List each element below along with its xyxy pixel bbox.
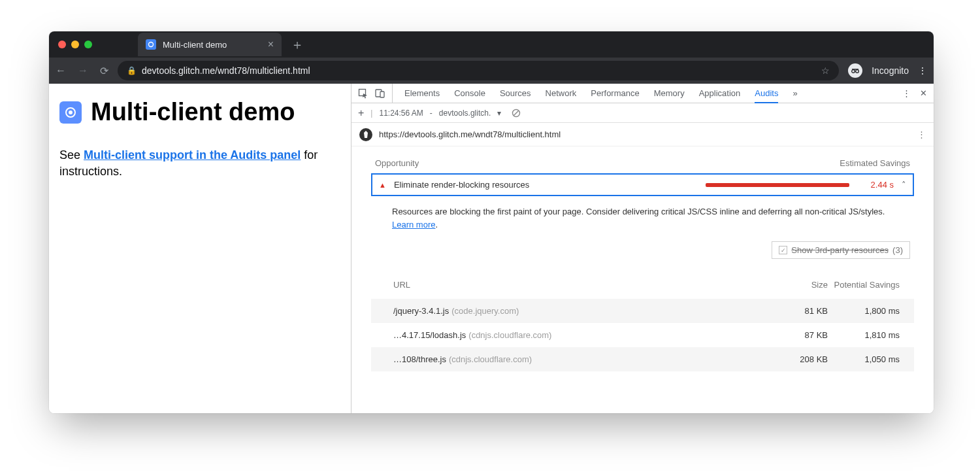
resource-path: …108/three.js xyxy=(393,354,446,364)
severity-icon: ▲ xyxy=(379,181,386,189)
tab-application[interactable]: Application xyxy=(699,84,741,103)
resources-table-header: URL Size Potential Savings xyxy=(371,259,914,299)
col-size: Size xyxy=(769,280,828,290)
devtools-close-icon[interactable]: ✕ xyxy=(920,88,927,98)
col-savings: Potential Savings xyxy=(828,280,900,290)
tabs-overflow[interactable]: » xyxy=(792,84,797,103)
audit-timestamp: 11:24:56 AM xyxy=(379,109,423,118)
devtools-settings-icon[interactable]: ⋮ xyxy=(902,88,911,98)
col-url: URL xyxy=(393,280,769,290)
tab-network[interactable]: Network xyxy=(546,84,577,103)
traffic-lights xyxy=(49,41,92,48)
svg-line-9 xyxy=(514,110,519,115)
checkbox-icon[interactable]: ✓ xyxy=(779,246,787,254)
page-text-prefix: See xyxy=(59,148,84,162)
opportunity-value: 2.44 s xyxy=(857,180,894,190)
tab-sources[interactable]: Sources xyxy=(500,84,531,103)
tab-close-icon[interactable]: × xyxy=(268,39,274,50)
star-icon[interactable]: ☆ xyxy=(821,65,830,76)
lighthouse-icon xyxy=(359,128,372,141)
svg-rect-7 xyxy=(380,92,384,97)
svg-point-1 xyxy=(852,70,855,73)
tab-favicon-icon xyxy=(146,39,156,50)
devtools-panel: Elements Console Sources Network Perform… xyxy=(351,84,934,413)
back-button[interactable]: ← xyxy=(56,65,66,77)
opportunity-title: Eliminate render-blocking resources xyxy=(394,180,529,190)
table-row[interactable]: …108/three.js(cdnjs.cloudflare.com) 208 … xyxy=(371,347,914,371)
resource-savings: 1,810 ms xyxy=(828,330,900,340)
page-heading-text: Multi-client demo xyxy=(91,98,295,126)
tab-title: Multi-client demo xyxy=(163,40,227,50)
opportunity-bar xyxy=(706,183,849,187)
resource-domain: (cdnjs.cloudflare.com) xyxy=(468,330,551,340)
third-party-count: (3) xyxy=(892,245,903,255)
new-tab-button[interactable]: ＋ xyxy=(291,36,304,54)
page-link[interactable]: Multi-client support in the Audits panel xyxy=(84,148,301,162)
rendered-page: Multi-client demo See Multi-client suppo… xyxy=(49,84,351,413)
tab-audits[interactable]: Audits xyxy=(755,84,778,103)
resource-size: 81 KB xyxy=(769,306,828,316)
audit-host: devtools.glitch. xyxy=(439,109,491,118)
incognito-label: Incognito xyxy=(872,65,909,76)
page-paragraph: See Multi-client support in the Audits p… xyxy=(59,147,351,180)
resource-savings: 1,800 ms xyxy=(828,306,900,316)
audit-menu-icon[interactable]: ⋮ xyxy=(917,129,926,139)
audit-url-row: https://devtools.glitch.me/wndt78/multic… xyxy=(351,123,934,146)
address-bar[interactable]: 🔒 devtools.glitch.me/wndt78/multiclient.… xyxy=(118,61,839,80)
opportunity-row[interactable]: ▲ Eliminate render-blocking resources 2.… xyxy=(371,173,914,196)
chrome-window: Multi-client demo × ＋ ← → ⟳ 🔒 devtools.g… xyxy=(49,31,934,413)
reload-button[interactable]: ⟳ xyxy=(100,65,108,77)
opportunity-description: Resources are blocking the first paint o… xyxy=(371,196,914,235)
tab-memory[interactable]: Memory xyxy=(654,84,685,103)
svg-point-4 xyxy=(69,110,73,114)
table-row[interactable]: …4.17.15/lodash.js(cdnjs.cloudflare.com)… xyxy=(371,323,914,347)
learn-more-link[interactable]: Learn more xyxy=(392,220,435,230)
page-logo-icon xyxy=(59,101,82,124)
third-party-label: Show 3rd-party resources xyxy=(791,245,889,255)
audit-dropdown-icon[interactable]: ▾ xyxy=(497,109,501,118)
incognito-icon xyxy=(848,63,862,78)
resource-path: …4.17.15/lodash.js xyxy=(393,330,466,340)
lock-icon: 🔒 xyxy=(127,66,137,75)
browser-menu-button[interactable]: ⋮ xyxy=(918,65,927,76)
svg-point-2 xyxy=(856,70,859,73)
chevron-up-icon[interactable]: ˄ xyxy=(902,180,906,190)
devtools-tabstrip: Elements Console Sources Network Perform… xyxy=(351,84,934,103)
device-toggle-icon[interactable] xyxy=(375,88,385,99)
browser-toolbar: ← → ⟳ 🔒 devtools.glitch.me/wndt78/multic… xyxy=(49,58,934,84)
resource-size: 208 KB xyxy=(769,354,828,364)
tab-performance[interactable]: Performance xyxy=(591,84,639,103)
address-url: devtools.glitch.me/wndt78/multiclient.ht… xyxy=(142,65,310,76)
resource-path: /jquery-3.4.1.js xyxy=(393,306,449,316)
table-row[interactable]: /jquery-3.4.1.js(code.jquery.com) 81 KB … xyxy=(371,299,914,323)
third-party-toggle[interactable]: ✓ Show 3rd-party resources (3) xyxy=(772,241,910,259)
resource-domain: (code.jquery.com) xyxy=(451,306,519,316)
audits-subtoolbar: + | 11:24:56 AM - devtools.glitch. ▾ xyxy=(351,103,934,123)
page-title: Multi-client demo xyxy=(59,98,351,126)
audit-url: https://devtools.glitch.me/wndt78/multic… xyxy=(379,129,561,139)
window-close-button[interactable] xyxy=(58,41,66,48)
savings-header: Estimated Savings xyxy=(840,158,910,168)
opportunity-description-text: Resources are blocking the first paint o… xyxy=(392,207,885,216)
forward-button[interactable]: → xyxy=(78,65,88,77)
clear-audit-icon[interactable] xyxy=(512,109,521,118)
tab-console[interactable]: Console xyxy=(454,84,485,103)
window-titlebar: Multi-client demo × ＋ xyxy=(49,31,934,58)
tab-elements[interactable]: Elements xyxy=(404,84,440,103)
browser-tab[interactable]: Multi-client demo × xyxy=(138,33,282,56)
element-picker-icon[interactable] xyxy=(358,88,368,99)
window-zoom-button[interactable] xyxy=(84,41,92,48)
resource-domain: (cdnjs.cloudflare.com) xyxy=(449,354,532,364)
opportunity-header: Opportunity xyxy=(375,158,419,168)
resource-size: 87 KB xyxy=(769,330,828,340)
window-minimize-button[interactable] xyxy=(71,41,79,48)
new-audit-button[interactable]: + xyxy=(358,107,364,119)
resource-savings: 1,050 ms xyxy=(828,354,900,364)
svg-point-0 xyxy=(149,42,154,47)
audits-report: Opportunity Estimated Savings ▲ Eliminat… xyxy=(351,146,934,413)
